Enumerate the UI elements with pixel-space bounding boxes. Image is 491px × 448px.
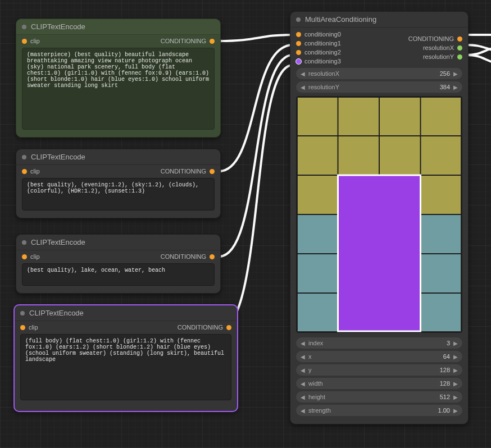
input-port-clip[interactable]: clip bbox=[22, 253, 40, 260]
input-port-conditioning2[interactable]: conditioning2 bbox=[296, 49, 341, 56]
prompt-textarea[interactable]: (masterpiece) (best quality) beautiful l… bbox=[22, 48, 215, 130]
input-port-clip[interactable]: clip bbox=[20, 324, 38, 331]
input-port-clip[interactable]: clip bbox=[22, 38, 40, 44]
node-multi-area-conditioning[interactable]: MultiAreaConditioning conditioning0 cond… bbox=[290, 11, 469, 424]
node-header[interactable]: MultiAreaConditioning bbox=[290, 12, 468, 28]
node-header[interactable]: CLIPTextEncode bbox=[16, 149, 220, 165]
chevron-right-icon[interactable]: ▶ bbox=[452, 381, 459, 387]
node-header[interactable]: CLIPTextEncode bbox=[16, 235, 220, 250]
widget-strength[interactable]: ◀ strength 1.00 ▶ bbox=[296, 405, 462, 416]
chevron-right-icon[interactable]: ▶ bbox=[452, 84, 459, 90]
node-clip-text-encode-3[interactable]: CLIPTextEncode clip CONDITIONING (full b… bbox=[13, 304, 238, 412]
prompt-textarea[interactable]: (best quality), (evening:1.2), (sky:1.2)… bbox=[22, 178, 215, 211]
collapse-dot-icon[interactable] bbox=[22, 25, 26, 29]
input-port-conditioning0[interactable]: conditioning0 bbox=[296, 31, 341, 38]
chevron-left-icon[interactable]: ◀ bbox=[299, 71, 306, 77]
chevron-right-icon[interactable]: ▶ bbox=[452, 394, 459, 400]
svg-rect-25 bbox=[338, 175, 421, 331]
chevron-right-icon[interactable]: ▶ bbox=[452, 354, 459, 360]
chevron-right-icon[interactable]: ▶ bbox=[452, 340, 459, 346]
output-port-resolutionx[interactable]: resolutionX bbox=[408, 44, 462, 51]
output-port-conditioning[interactable]: CONDITIONING bbox=[178, 324, 231, 331]
collapse-dot-icon[interactable] bbox=[22, 155, 26, 159]
widget-x[interactable]: ◀ x 64 ▶ bbox=[296, 351, 462, 362]
node-title: CLIPTextEncode bbox=[31, 153, 85, 161]
prompt-textarea[interactable]: (full body) (flat chest:1.0) (girl:1.2) … bbox=[20, 334, 231, 400]
chevron-left-icon[interactable]: ◀ bbox=[299, 367, 306, 373]
node-title: CLIPTextEncode bbox=[31, 22, 85, 31]
widget-width[interactable]: ◀ width 128 ▶ bbox=[296, 378, 462, 389]
chevron-left-icon[interactable]: ◀ bbox=[299, 340, 306, 346]
collapse-dot-icon[interactable] bbox=[20, 311, 25, 316]
node-title: MultiAreaConditioning bbox=[305, 15, 376, 24]
chevron-left-icon[interactable]: ◀ bbox=[299, 354, 306, 360]
chevron-left-icon[interactable]: ◀ bbox=[299, 394, 306, 400]
widget-y[interactable]: ◀ y 128 ▶ bbox=[296, 364, 462, 376]
node-title: CLIPTextEncode bbox=[31, 238, 85, 246]
output-port-conditioning[interactable]: CONDITIONING bbox=[161, 168, 215, 175]
node-header[interactable]: CLIPTextEncode bbox=[15, 305, 237, 321]
collapse-dot-icon[interactable] bbox=[22, 240, 26, 245]
chevron-right-icon[interactable]: ▶ bbox=[452, 71, 459, 77]
output-port-conditioning[interactable]: CONDITIONING bbox=[408, 35, 462, 42]
widget-resolutionx[interactable]: ◀ resolutionX 256 ▶ bbox=[296, 68, 462, 79]
node-header[interactable]: CLIPTextEncode bbox=[16, 19, 220, 35]
chevron-left-icon[interactable]: ◀ bbox=[299, 381, 306, 387]
input-port-conditioning1[interactable]: conditioning1 bbox=[296, 40, 341, 47]
output-port-resolutiony[interactable]: resolutionY bbox=[408, 53, 462, 60]
input-port-clip[interactable]: clip bbox=[22, 168, 40, 175]
chevron-right-icon[interactable]: ▶ bbox=[452, 367, 459, 373]
widget-height[interactable]: ◀ height 512 ▶ bbox=[296, 391, 462, 403]
node-clip-text-encode-2[interactable]: CLIPTextEncode clip CONDITIONING (best q… bbox=[16, 234, 221, 294]
input-port-conditioning3[interactable]: conditioning3 bbox=[296, 58, 341, 65]
chevron-left-icon[interactable]: ◀ bbox=[299, 84, 306, 90]
widget-index[interactable]: ◀ index 3 ▶ bbox=[296, 337, 462, 349]
area-canvas[interactable] bbox=[296, 96, 462, 333]
node-title: CLIPTextEncode bbox=[29, 309, 84, 317]
chevron-right-icon[interactable]: ▶ bbox=[452, 408, 459, 414]
chevron-left-icon[interactable]: ◀ bbox=[299, 408, 306, 414]
output-port-conditioning[interactable]: CONDITIONING bbox=[161, 38, 215, 44]
collapse-dot-icon[interactable] bbox=[296, 17, 301, 22]
prompt-textarea[interactable]: (best quality), lake, ocean, water, beac… bbox=[22, 263, 215, 286]
widget-resolutiony[interactable]: ◀ resolutionY 384 ▶ bbox=[296, 81, 462, 93]
node-clip-text-encode-1[interactable]: CLIPTextEncode clip CONDITIONING (best q… bbox=[16, 149, 221, 218]
node-clip-text-encode-0[interactable]: CLIPTextEncode clip CONDITIONING (master… bbox=[16, 19, 221, 138]
output-port-conditioning[interactable]: CONDITIONING bbox=[161, 253, 215, 260]
